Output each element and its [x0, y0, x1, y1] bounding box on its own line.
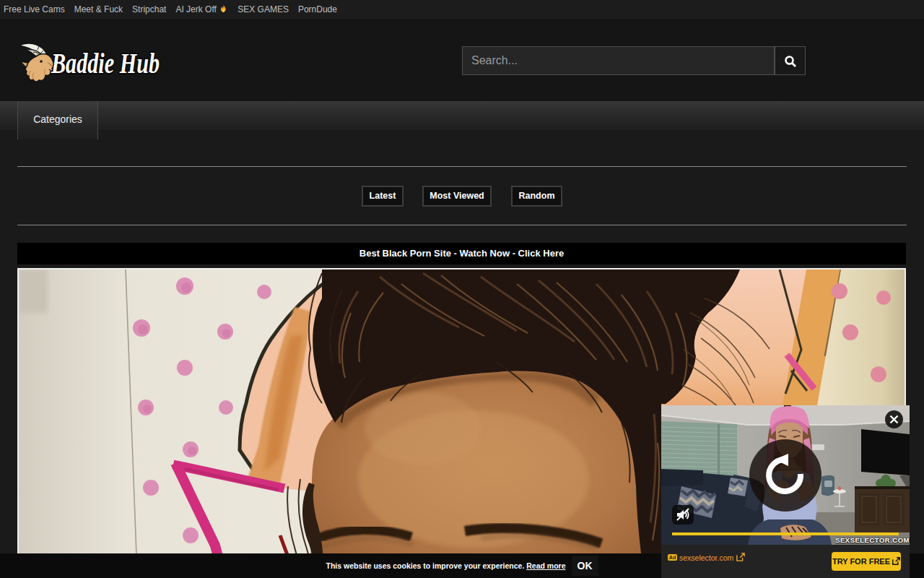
- svg-text:Baddie Hub: Baddie Hub: [51, 46, 160, 79]
